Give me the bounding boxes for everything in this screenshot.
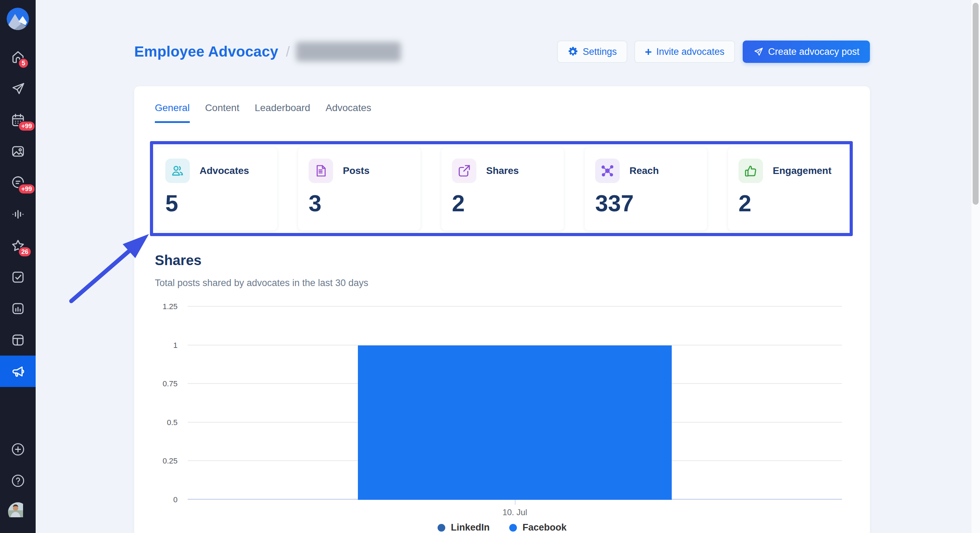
breadcrumb-separator: / xyxy=(286,44,290,60)
vista-social-logo[interactable] xyxy=(6,8,29,30)
legend-item-facebook[interactable]: Facebook xyxy=(509,522,566,533)
legend-dot xyxy=(438,524,445,531)
share-icon xyxy=(457,163,471,178)
invite-label: Invite advocates xyxy=(656,46,724,57)
scrollbar-thumb[interactable] xyxy=(973,3,978,205)
stats-row: Advocates 5 Posts 3 Shares 2 xyxy=(155,148,850,230)
sidebar-item-tasks[interactable] xyxy=(0,261,36,293)
tab-general[interactable]: General xyxy=(155,102,190,123)
account-name-redacted xyxy=(296,42,401,62)
stat-label: Advocates xyxy=(200,165,249,176)
sidebar-item-calendar[interactable]: +99 xyxy=(0,104,36,135)
stat-card-reach[interactable]: Reach 337 xyxy=(585,148,707,230)
megaphone-icon xyxy=(11,364,25,379)
legend-item-linkedin[interactable]: LinkedIn xyxy=(438,522,490,533)
y-tick-label: 1.25 xyxy=(162,302,178,311)
sidebar: 5 +99 +99 26 xyxy=(0,0,36,533)
y-tick-label: 0.75 xyxy=(162,379,178,389)
plus-circle-icon xyxy=(11,442,25,457)
calendar-badge: +99 xyxy=(18,121,35,131)
home-badge: 5 xyxy=(18,58,29,68)
sidebar-item-reports[interactable] xyxy=(0,293,36,324)
thumbs-up-icon xyxy=(743,163,758,178)
y-tick-label: 1 xyxy=(173,341,178,350)
sidebar-item-listening[interactable] xyxy=(0,198,36,230)
sidebar-item-profile[interactable] xyxy=(0,497,36,528)
y-tick-label: 0.5 xyxy=(167,418,178,427)
user-avatar xyxy=(8,502,28,522)
page-header: Employee Advocacy / Settings + Invite ad… xyxy=(134,39,870,64)
shares-bar-chart: 10. Jul xyxy=(188,307,842,500)
gridline xyxy=(188,306,842,307)
stat-card-posts[interactable]: Posts 3 xyxy=(298,148,420,230)
invite-advocates-button[interactable]: + Invite advocates xyxy=(634,41,735,63)
task-check-icon xyxy=(11,270,25,285)
stat-label: Engagement xyxy=(773,165,832,176)
tab-advocates[interactable]: Advocates xyxy=(326,102,372,123)
shares-section-subtitle: Total posts shared by advocates in the l… xyxy=(155,278,368,289)
plus-icon: + xyxy=(645,46,652,58)
stat-label: Shares xyxy=(486,165,519,176)
tab-content[interactable]: Content xyxy=(205,102,239,123)
stat-value: 3 xyxy=(309,191,410,216)
question-circle-icon xyxy=(11,473,25,488)
create-advocacy-post-button[interactable]: Create advocacy post xyxy=(743,41,870,63)
bar-chart-icon xyxy=(11,301,25,316)
reviews-badge: 26 xyxy=(18,247,32,257)
x-tick-mark xyxy=(515,500,515,505)
stat-card-shares[interactable]: Shares 2 xyxy=(441,148,564,230)
settings-button[interactable]: Settings xyxy=(557,41,627,63)
settings-label: Settings xyxy=(582,46,617,57)
stat-card-engagement[interactable]: Engagement 2 xyxy=(728,148,850,230)
sidebar-item-home[interactable]: 5 xyxy=(0,41,36,73)
stat-card-advocates[interactable]: Advocates 5 xyxy=(155,148,277,230)
legend-dot xyxy=(509,524,517,531)
document-icon xyxy=(313,163,328,178)
sidebar-item-reviews[interactable]: 26 xyxy=(0,230,36,261)
scrollbar-track[interactable] xyxy=(971,0,980,533)
network-icon xyxy=(600,163,615,178)
sidebar-footer xyxy=(0,433,36,528)
image-icon xyxy=(11,144,25,159)
users-icon xyxy=(170,163,185,178)
stat-value: 2 xyxy=(738,191,840,216)
sidebar-item-publish[interactable] xyxy=(0,73,36,104)
sidebar-item-inbox[interactable]: +99 xyxy=(0,167,36,198)
sidebar-item-advocacy[interactable] xyxy=(0,355,36,387)
sidebar-item-add[interactable] xyxy=(0,433,36,465)
chart-legend: LinkedInFacebook xyxy=(134,522,870,533)
inbox-badge: +99 xyxy=(18,184,35,194)
sidebar-nav: 5 +99 +99 26 xyxy=(0,41,36,387)
tab-bar: General Content Leaderboard Advocates xyxy=(155,102,371,123)
y-tick-label: 0 xyxy=(173,495,178,504)
stat-value: 2 xyxy=(452,191,553,216)
legend-label: LinkedIn xyxy=(451,522,490,533)
shares-section-title: Shares xyxy=(155,252,201,268)
y-tick-label: 0.25 xyxy=(162,457,178,466)
layout-icon xyxy=(11,333,25,347)
gear-icon xyxy=(568,46,578,57)
waveform-icon xyxy=(11,207,25,222)
tab-leaderboard[interactable]: Leaderboard xyxy=(255,102,310,123)
legend-label: Facebook xyxy=(522,522,566,533)
sidebar-item-media[interactable] xyxy=(0,135,36,167)
main-panel: General Content Leaderboard Advocates Ad… xyxy=(134,86,870,533)
sidebar-item-boards[interactable] xyxy=(0,324,36,355)
sidebar-item-help[interactable] xyxy=(0,465,36,497)
stat-value: 337 xyxy=(595,191,697,216)
x-tick-label: 10. Jul xyxy=(188,508,842,517)
create-label: Create advocacy post xyxy=(768,46,859,57)
paper-plane-icon xyxy=(11,81,25,96)
page-title: Employee Advocacy xyxy=(134,43,278,60)
stat-label: Reach xyxy=(630,165,659,176)
stat-label: Posts xyxy=(343,165,369,176)
chart-y-axis: 00.250.50.7511.25 xyxy=(134,307,178,500)
paper-plane-icon xyxy=(753,46,764,57)
bar-facebook[interactable] xyxy=(358,346,672,500)
stat-value: 5 xyxy=(165,191,267,216)
